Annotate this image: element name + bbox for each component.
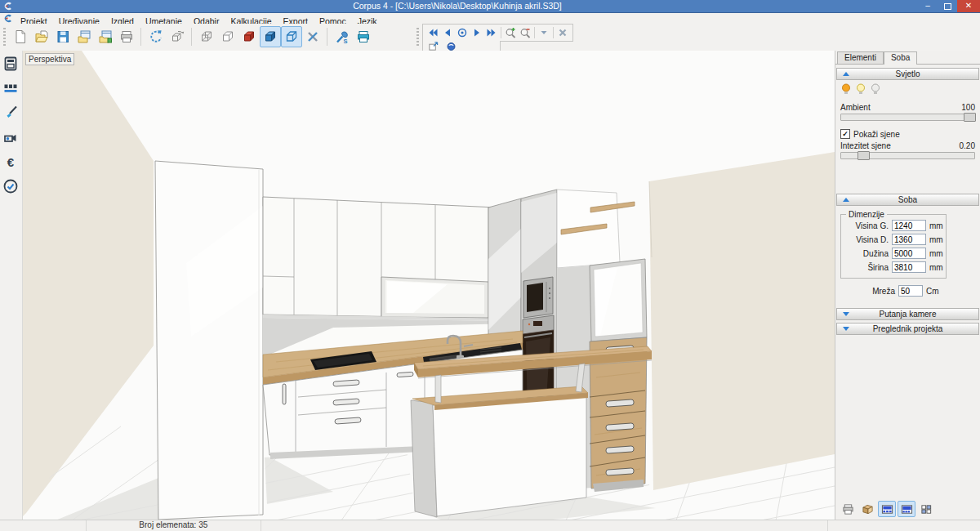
light-on-icon[interactable]	[840, 83, 852, 95]
panel-print-button[interactable]	[839, 501, 857, 517]
new-project-button[interactable]	[10, 26, 31, 47]
save-button[interactable]	[52, 26, 74, 47]
print-preview-button[interactable]	[353, 26, 374, 47]
shadow-intensity-slider-handle[interactable]	[858, 151, 870, 160]
view-options-dropdown[interactable]	[537, 26, 551, 39]
toolbar-grip[interactable]	[416, 28, 419, 47]
panel-layout-1-button[interactable]	[878, 501, 896, 517]
panel-bottom-toolbar	[839, 501, 935, 517]
minimize-button[interactable]: –	[918, 0, 938, 12]
panel-grid-button[interactable]	[917, 501, 935, 517]
delete-tool-button[interactable]	[302, 26, 323, 47]
record-dot-icon	[457, 27, 468, 38]
zoom-in-icon	[505, 27, 516, 38]
sirina-input[interactable]	[892, 261, 926, 273]
tab-elementi[interactable]: Elementi	[837, 51, 884, 64]
toolbar-separator	[140, 28, 141, 46]
view-shaded-edges-button[interactable]	[281, 26, 302, 47]
zoom-out-button[interactable]	[518, 26, 532, 39]
shadow-intensity-slider[interactable]	[840, 152, 975, 159]
undo-icon	[149, 29, 163, 44]
price-tool-button[interactable]: €	[0, 151, 21, 172]
toolbar-separator	[501, 27, 501, 38]
color-printer-icon	[356, 29, 371, 44]
view-hidden-line-button[interactable]	[217, 26, 238, 47]
duzina-input[interactable]	[892, 248, 926, 259]
appliances-tool-button[interactable]	[0, 53, 21, 74]
view-wireframe-button[interactable]	[196, 26, 217, 47]
visina-d-input[interactable]	[892, 234, 926, 245]
next-view-button[interactable]	[470, 26, 484, 39]
svg-text:S: S	[344, 38, 348, 45]
maximize-button[interactable]	[938, 0, 957, 12]
confirm-tool-button[interactable]	[0, 176, 21, 197]
status-cell	[0, 520, 87, 531]
view-shaded-red-button[interactable]	[238, 26, 260, 47]
sirina-label: Širina	[867, 263, 889, 272]
light-dim-icon[interactable]	[855, 83, 866, 95]
status-cell	[261, 520, 828, 531]
redo-button[interactable]	[167, 26, 188, 47]
status-cell	[828, 520, 980, 531]
undo-button[interactable]	[145, 26, 167, 47]
expand-arrow-icon	[843, 327, 849, 331]
new-document-icon	[13, 29, 28, 44]
ambient-slider[interactable]	[840, 114, 975, 121]
elements-tool-button[interactable]	[0, 78, 21, 99]
toolbar-grip[interactable]	[3, 28, 6, 47]
view-shaded-button[interactable]	[260, 26, 281, 47]
window-title: Corpus 4 - [C:\Users\Nikola\Desktop\Kuhi…	[0, 0, 915, 12]
first-view-button[interactable]	[425, 26, 440, 39]
panel-layout-2-button[interactable]	[898, 501, 915, 517]
element-count: Broj elemenata: 35	[87, 520, 261, 531]
hidden-line-cube-icon	[220, 29, 235, 44]
modules-icon	[2, 80, 19, 96]
properties-panel: ElementiSoba Svjetlo Ambient 100 ✓ Pokaž…	[835, 51, 980, 520]
close-button[interactable]: ✕	[957, 0, 980, 12]
section-header-svjetlo[interactable]: Svjetlo	[836, 68, 979, 80]
section-header-soba[interactable]: Soba	[836, 194, 979, 206]
import-element-button[interactable]	[74, 26, 95, 47]
panel-tabs: ElementiSoba	[835, 51, 980, 65]
show-shadows-checkbox[interactable]: ✓	[840, 129, 850, 139]
mreza-label: Mreža	[872, 287, 895, 296]
panel-3d-box-button[interactable]	[858, 501, 876, 517]
arrow-left-icon	[442, 27, 453, 38]
tab-soba[interactable]: Soba	[884, 51, 917, 65]
redo-cube-icon	[170, 29, 185, 44]
visina-d-label: Visina D.	[856, 235, 889, 244]
current-view-button[interactable]	[455, 26, 470, 39]
print-button[interactable]	[116, 26, 137, 47]
visina-g-input[interactable]	[892, 220, 926, 231]
toolbar-separator	[553, 27, 554, 38]
collapse-arrow-icon	[843, 72, 849, 76]
close-toolbar-button[interactable]	[555, 26, 570, 39]
section-header-preglednik-projekta[interactable]: Preglednik projekta	[836, 323, 979, 335]
view-mode-label: Perspektiva	[25, 53, 74, 65]
open-project-button[interactable]	[31, 26, 52, 47]
dimensions-legend: Dimenzije	[846, 210, 887, 219]
light-off-icon[interactable]	[870, 83, 881, 95]
last-view-button[interactable]	[484, 26, 499, 39]
check-circle-icon	[2, 178, 19, 194]
export-element-button[interactable]	[95, 26, 116, 47]
delete-x-icon	[305, 29, 320, 44]
zoom-in-button[interactable]	[503, 26, 518, 39]
wooden-box-icon	[862, 503, 874, 515]
close-x-icon	[557, 27, 568, 38]
3d-viewport[interactable]: Perspektiva	[23, 51, 835, 520]
mreza-input[interactable]	[898, 285, 923, 297]
title-bar[interactable]: Corpus 4 - [C:\Users\Nikola\Desktop\Kuhi…	[0, 0, 980, 13]
visina-g-label: Visina G.	[856, 221, 889, 230]
sirina-unit: mm	[929, 263, 942, 272]
euro-icon: €	[7, 155, 14, 169]
spray-tool-button[interactable]	[0, 127, 21, 148]
section-header-putanja-kamere[interactable]: Putanja kamere	[836, 308, 979, 320]
status-bar: Broj elemenata: 35	[0, 520, 980, 531]
prev-view-button[interactable]	[440, 26, 455, 39]
ambient-slider-handle[interactable]	[964, 113, 976, 122]
visina-g-unit: mm	[929, 221, 942, 230]
price-calculation-button[interactable]: S	[332, 26, 353, 47]
zoom-out-icon	[519, 27, 531, 38]
materials-tool-button[interactable]	[0, 102, 21, 123]
